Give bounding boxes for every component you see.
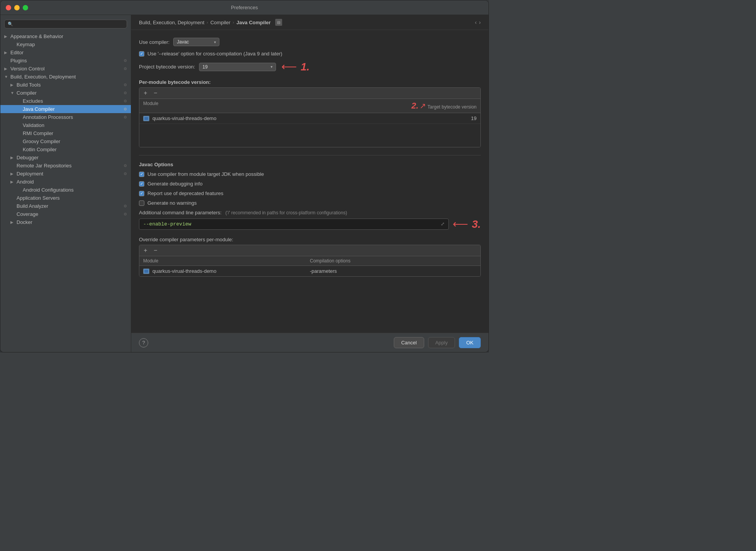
sidebar-item-compiler[interactable]: ▼ Compiler ⚙ [0,89,131,97]
report-deprecated-checkbox[interactable]: ✓ [139,191,144,196]
release-option-checkbox[interactable]: ✓ [139,51,144,57]
sidebar-item-editor[interactable]: ▶ Editor [0,48,131,57]
sidebar-item-build-execution-deployment[interactable]: ▼ Build, Execution, Deployment [0,73,131,81]
table-toolbar-2: + − [139,245,480,256]
sidebar-item-android[interactable]: ▶ Android [0,178,131,186]
sidebar-item-groovy-compiler[interactable]: Groovy Compiler [0,137,131,145]
sidebar-item-label: Deployment [17,171,122,177]
release-option-label: Use '--release' option for cross-compila… [147,51,282,57]
sidebar-item-keymap[interactable]: Keymap [0,40,131,48]
sidebar-item-validation[interactable]: Validation [0,121,131,129]
use-compiler-label: Use compiler: [139,39,169,45]
settings-icon: ⚙ [124,115,127,119]
remove-module-button[interactable]: − [152,89,159,97]
cancel-button[interactable]: Cancel [394,337,424,348]
expand-arrow: ▶ [10,220,17,224]
add-override-button[interactable]: + [142,247,149,254]
additional-cmd-label: Additional command line parameters: [139,210,222,215]
section-divider [139,155,481,155]
sidebar-item-label: Android [17,179,127,185]
col-target-label: Target bytecode version [428,104,477,110]
checkmark-icon: ✓ [140,52,143,56]
sidebar-item-deployment[interactable]: ▶ Deployment ⚙ [0,170,131,178]
sidebar-item-debugger[interactable]: ▶ Debugger [0,154,131,162]
main-body: 🔍 ▶ Appearance & Behavior Keymap ▶ Edito… [0,15,488,352]
report-deprecated-label: Report use of deprecated features [147,190,223,196]
expand-arrow: ▶ [10,180,17,184]
sidebar-item-label: Excludes [23,98,122,104]
sidebar-item-label: Build Analyzer [17,203,122,209]
sidebar-item-label: Android Configurations [23,187,127,193]
svg-rect-1 [144,117,148,120]
sidebar-item-build-tools[interactable]: ▶ Build Tools ⚙ [0,81,131,89]
minimize-button[interactable] [14,5,20,10]
annotation-arrow-3: ⟵ [453,218,468,230]
generate-no-warnings-checkbox[interactable] [139,200,144,206]
additional-cmd-input[interactable]: --enable-preview ⤢ [139,219,449,230]
content-scroll-area: Use compiler: Javac ▾ ✓ Use '--release' … [131,30,488,333]
col-target-header: 2. ↗ Target bytecode version [400,101,477,111]
override-module-name: quarkus-virual-threads-demo [152,268,216,274]
sidebar-item-label: Coverage [17,211,122,217]
sidebar-item-excludes[interactable]: Excludes ⚙ [0,97,131,105]
add-module-button[interactable]: + [142,89,149,97]
override-compilation-options: -parameters [310,268,477,274]
table-toolbar-1: + − [139,88,480,99]
sidebar-item-plugins[interactable]: Plugins ⚙ [0,57,131,65]
sidebar-item-java-compiler[interactable]: Java Compiler ⚙ [0,105,131,113]
expand-icon[interactable]: ⤢ [441,221,445,227]
generate-debugging-info-checkbox[interactable]: ✓ [139,181,144,187]
sidebar-item-docker[interactable]: ▶ Docker [0,218,131,226]
table-empty-space [139,124,480,147]
expand-arrow: ▶ [4,50,10,55]
sidebar-item-label: Version Control [10,66,122,72]
sidebar-item-kotlin-compiler[interactable]: Kotlin Compiler [0,145,131,154]
module-cell: quarkus-virual-threads-demo [143,115,400,121]
remove-override-button[interactable]: − [152,247,159,254]
settings-icon: ⚙ [124,99,127,103]
back-arrow[interactable]: ‹ [475,19,477,25]
project-bytecode-select[interactable]: 19 ▾ [199,63,276,71]
breadcrumb: Build, Execution, Deployment › Compiler … [131,15,488,30]
settings-icon: ⚙ [124,58,127,63]
close-button[interactable] [6,5,11,10]
help-label: ? [142,340,145,346]
dropdown-arrow-icon: ▾ [271,65,273,69]
sidebar-item-label: Docker [17,219,127,225]
bottom-actions: Cancel Apply OK [394,337,481,348]
forward-arrow[interactable]: › [479,19,481,25]
use-compiler-from-module-checkbox[interactable]: ✓ [139,172,144,177]
expand-arrow: ▶ [4,67,10,71]
sidebar-item-remote-jar-repositories[interactable]: Remote Jar Repositories ⚙ [0,162,131,170]
sidebar-item-rmi-compiler[interactable]: RMI Compiler [0,129,131,137]
sidebar-item-annotation-processors[interactable]: Annotation Processors ⚙ [0,113,131,121]
breadcrumb-settings-icon[interactable]: ⊟ [275,19,282,26]
sidebar-item-label: Annotation Processors [23,114,122,120]
col-module-header: Module [143,101,400,111]
sidebar-item-label: Editor [10,50,127,55]
override-section: Override compiler parameters per-module:… [139,237,481,277]
apply-button[interactable]: Apply [428,337,455,348]
help-button[interactable]: ? [139,338,148,347]
javac-options-title: Javac Options [139,162,481,167]
checkmark-icon: ✓ [140,182,143,186]
use-compiler-select[interactable]: Javac ▾ [173,38,219,46]
generate-debugging-info-row: ✓ Generate debugging info [139,181,481,187]
maximize-button[interactable] [23,5,28,10]
additional-cmd-section: Additional command line parameters: ('/'… [139,210,481,230]
search-box[interactable]: 🔍 [4,20,127,28]
sidebar-item-android-configurations[interactable]: Android Configurations [0,186,131,194]
project-bytecode-value: 19 [202,64,207,70]
version-value: 19 [400,115,477,121]
sidebar-item-coverage[interactable]: Coverage ⚙ [0,210,131,218]
settings-icon: ⚙ [124,164,127,168]
sidebar-item-appearance-behavior[interactable]: ▶ Appearance & Behavior [0,32,131,40]
cmd-input-value: --enable-preview [143,221,191,227]
expand-arrow: ▼ [10,91,17,95]
sidebar-item-version-control[interactable]: ▶ Version Control ⚙ [0,65,131,73]
sidebar-item-build-analyzer[interactable]: Build Analyzer ⚙ [0,202,131,210]
cmd-input-row: --enable-preview ⤢ ⟵ 3. [139,218,481,230]
sidebar-item-label: Appearance & Behavior [10,33,127,39]
sidebar-item-application-servers[interactable]: Application Servers [0,194,131,202]
ok-button[interactable]: OK [459,337,481,348]
